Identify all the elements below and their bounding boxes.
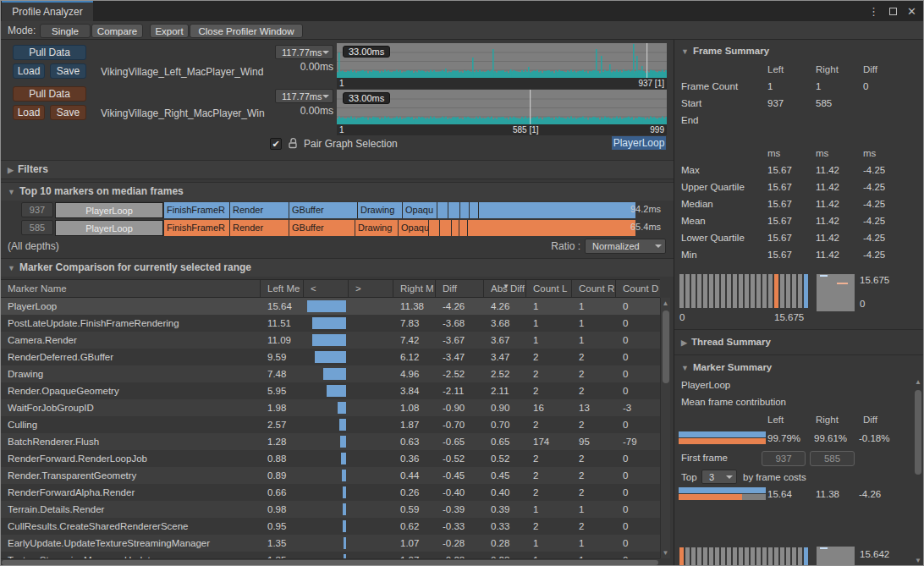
marker-segment[interactable]: PlayerLoop [55,202,163,218]
marker-segment[interactable]: Opaqu [403,202,437,218]
marker-segment[interactable]: Opaqu [399,220,428,236]
column-header-left-me[interactable]: Left Me [260,280,303,297]
marker-segment-small[interactable] [470,202,478,218]
table-row[interactable]: EarlyUpdate.UpdateTextureStreamingManage… [1,535,660,552]
table-horizontal-scrollbar[interactable] [1,558,660,566]
marker-segment[interactable]: FinishFrameR [164,202,229,218]
marker-segment-small[interactable] [460,202,469,218]
marker-segment-small[interactable] [459,220,467,236]
mode-compare-button[interactable]: Compare [91,24,143,38]
frame-summary-header[interactable]: ▼Frame Summary [681,46,769,56]
column-header-abs-diff[interactable]: Abs Diff▼ [483,280,525,297]
column-header--[interactable]: > [348,280,393,297]
load-right-button[interactable]: Load [13,105,45,120]
right-frame-graph[interactable]: 33.00ms [337,90,667,124]
frame-number-button[interactable]: 937 [21,202,53,217]
scroll-up-icon[interactable]: ▲ [661,299,670,307]
scrollbar-thumb[interactable] [915,390,921,475]
column-header--[interactable]: < [303,280,348,297]
first-frame-left-button[interactable]: 937 [762,451,806,466]
marker-segment[interactable]: FinishFrameR [164,220,229,236]
frame-number-button[interactable]: 585 [21,220,53,235]
marker-timeline-bar[interactable]: PlayerLoopFinishFrameRRenderGBufferDrawi… [55,220,627,236]
table-row[interactable]: RenderDeferred.GBuffer9.596.12-3.473.472… [1,349,660,365]
table-row[interactable]: PostLateUpdate.FinishFrameRendering11.51… [1,315,660,332]
mode-single-button[interactable]: Single [40,24,91,38]
thread-summary-header[interactable]: ▶Thread Summary [681,337,771,347]
top10-section-header[interactable]: ▼Top 10 markers on median frames [1,182,674,201]
table-row[interactable]: Render.OpaqueGeometry5.953.84-2.112.1122… [1,382,660,399]
value-cell: 0.90 [483,399,525,416]
ratio-dropdown[interactable]: Normalized [585,239,666,254]
column-header-marker-name[interactable]: Marker Name [1,280,260,297]
table-row[interactable]: Culling2.571.87-0.700.70220 [1,416,660,433]
marker-segment-small[interactable] [448,202,459,218]
marker-boxplot[interactable] [817,547,855,566]
table-row[interactable]: PlayerLoop15.6411.38-4.264.26110 [1,298,660,315]
column-header-diff[interactable]: Diff [435,280,483,297]
table-row[interactable]: Drawing7.484.96-2.522.52220 [1,365,660,382]
close-icon[interactable]: ✕ [907,6,916,17]
scroll-down-icon[interactable]: ▼ [913,557,923,564]
save-left-button[interactable]: Save [50,63,86,79]
column-header-count-r[interactable]: Count R [571,280,615,297]
table-row[interactable]: RenderForward.RenderLoopJob0.880.36-0.52… [1,450,660,467]
left-range-dropdown[interactable]: 117.77ms [275,45,333,59]
marker-segment[interactable]: Drawing [358,202,402,218]
stat-value: 1 [767,81,773,91]
table-row[interactable]: WaitForJobGroupID1.981.08-0.900.901613-3 [1,399,660,416]
marker-segment-small[interactable] [468,220,635,236]
table-row[interactable]: Terrain.Details.Render0.980.59-0.390.391… [1,501,660,518]
right-range-dropdown[interactable]: 117.77ms [275,89,333,103]
title-bar: Profile Analyzer ⋮ ✕ [1,1,923,21]
marker-segment[interactable]: GBuffer [289,220,355,236]
filters-section[interactable]: ▶Filters [1,160,674,179]
column-header-count-d[interactable]: Count D [615,280,660,297]
diff-bar [339,419,346,431]
value-cell [348,518,393,535]
scroll-down-icon[interactable]: ▼ [661,549,670,557]
scrollbar-thumb[interactable] [2,560,658,565]
marker-segment[interactable]: PlayerLoop [55,220,163,236]
scroll-up-icon[interactable]: ▲ [913,378,923,386]
marker-segment-small[interactable] [452,220,459,236]
load-left-button[interactable]: Load [13,63,45,79]
pair-graph-checkbox[interactable]: ✔ [270,138,282,150]
column-header-count-l[interactable]: Count L [525,280,571,297]
table-vertical-scrollbar[interactable]: ▲ ▼ [660,298,670,558]
marker-segment[interactable]: Drawing [355,220,398,236]
marker-histogram[interactable] [679,547,808,566]
close-profiler-window-button[interactable]: Close Profiler Window [190,24,303,38]
marker-segment-small[interactable] [479,202,635,218]
marker-segment[interactable]: Render [230,202,289,218]
frame-time-histogram[interactable] [679,274,808,308]
marker-summary-header[interactable]: ▼Marker Summary [681,362,772,372]
scrollbar-thumb[interactable] [663,310,669,383]
marker-segment-small[interactable] [440,220,451,236]
marker-segment[interactable]: Render [230,220,289,236]
summary-scrollbar[interactable]: ▲ ▼ [913,376,923,566]
maximize-icon[interactable] [889,8,897,15]
table-row[interactable]: Render.TransparentGeometry0.890.44-0.450… [1,467,660,484]
column-header-right-m[interactable]: Right M [393,280,435,297]
table-row[interactable]: BatchRenderer.Flush1.280.63-0.650.651749… [1,433,660,450]
marker-segment[interactable]: GBuffer [289,202,357,218]
left-frame-graph[interactable]: 33.00ms [337,43,667,78]
save-right-button[interactable]: Save [50,105,86,120]
marker-timeline-bar[interactable]: PlayerLoopFinishFrameRRenderGBufferDrawi… [55,202,627,218]
table-row[interactable]: CullResults.CreateSharedRendererScene0.9… [1,518,660,535]
frame-time-boxplot[interactable] [817,274,855,311]
first-frame-right-button[interactable]: 585 [810,451,855,466]
marker-segment-small[interactable] [429,220,439,236]
marker-segment-small[interactable] [437,202,448,218]
pull-data-right-button[interactable]: Pull Data [13,86,86,102]
table-row[interactable]: TextureStreamingManager.Update1.351.07-0… [1,552,660,558]
pull-data-left-button[interactable]: Pull Data [13,45,86,60]
kebab-menu-icon[interactable]: ⋮ [868,6,879,17]
export-button[interactable]: Export [150,24,189,38]
tab-profile-analyzer[interactable]: Profile Analyzer [2,1,93,21]
table-row[interactable]: Camera.Render11.097.42-3.673.67110 [1,332,660,349]
table-row[interactable]: RenderForwardAlpha.Render0.660.26-0.400.… [1,484,660,501]
comparison-section-header[interactable]: ▼Marker Comparison for currently selecte… [1,258,674,277]
top-n-dropdown[interactable]: 3 [701,470,737,484]
